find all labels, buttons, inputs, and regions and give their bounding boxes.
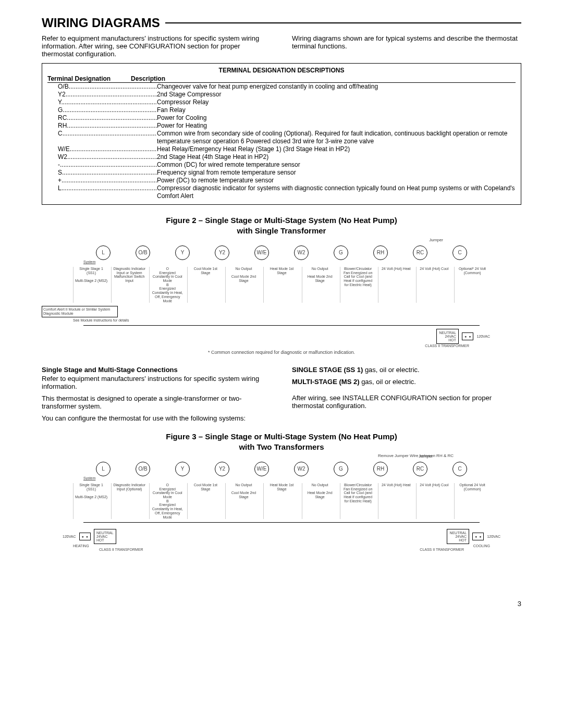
mid-left-heading: Single Stage and Multi-Stage Connections: [42, 366, 271, 374]
fig2-xfmr-hot: HOT: [448, 338, 456, 342]
fig3-c: Optional 24 Volt (Common): [454, 483, 490, 519]
terminal-g: G: [334, 245, 348, 260]
desc-cell: Power (DC) to remote temperature sensor: [157, 177, 516, 184]
table-title: TERMINAL DESIGNATION DESCRIPTIONS: [47, 67, 516, 74]
mid-right-p3: After wiring, see INSTALLER CONFIGURATIO…: [292, 394, 521, 410]
fig3-line2: with Two Transformers: [239, 442, 324, 451]
table-row: Y.......................................…: [47, 98, 516, 106]
fig2-comfort-alert: Comfort Alert II Module or Similar Syste…: [42, 306, 118, 317]
fig3-remove-jumper: Remove Jumper Wire between RH & RC: [378, 454, 454, 459]
terminal-c: C: [452, 245, 467, 260]
fig2-xfmr-24v: 24VAC: [445, 335, 456, 338]
mid-right-p2b: gas, oil or electric.: [360, 378, 416, 386]
fig2-line1: Figure 2 – Single Stage or Multi-Stage S…: [166, 216, 397, 225]
fig3-xl-side: HEATING: [73, 544, 89, 548]
fig2-we: Heat Mode 1st Stage: [263, 267, 299, 303]
fig3-transformer-left: 120VAC ● ● NEUTRAL 24VAC HOT: [63, 529, 116, 544]
table-row: W/E.....................................…: [47, 145, 516, 153]
desc-cell: Frequency signal from remote temperature…: [157, 169, 516, 177]
fig3-line1: Figure 3 – Single Stage or Multi-Stage S…: [166, 432, 397, 441]
fig2-system-header: System: [42, 260, 521, 264]
terminal-rc: RC: [413, 245, 427, 260]
fig2-rc: 24 Volt (Hot) Cool: [416, 267, 452, 303]
figure2-title: Figure 2 – Single Stage or Multi-Stage S…: [42, 215, 521, 236]
term-cell: W/E.....................................…: [47, 145, 157, 153]
fig3-xl-24v: 24VAC: [96, 535, 108, 538]
terminal-y2: Y2: [215, 245, 229, 260]
fig3-w2: No Output Heat Mode 2nd Stage: [302, 483, 338, 519]
page-title: WIRING DIAGRAMS: [42, 16, 521, 30]
mid-columns: Single Stage and Multi-Stage Connections…: [42, 366, 521, 426]
desc-cell: Common wire from secondary side of cooli…: [157, 130, 516, 145]
desc-cell: Compressor Relay: [157, 98, 516, 106]
fig2-ob: O Energized Constantly in Cool Mode B En…: [149, 267, 185, 303]
mid-left-p1: Refer to equipment manufacturers' instru…: [42, 375, 271, 390]
term-cell: W2......................................…: [47, 153, 157, 161]
fig2-desc-row: Single Stage 1 (SS1) Multi-Stage 2 (MS2)…: [42, 267, 521, 303]
desc-cell: Power for Heating: [157, 122, 516, 130]
fig3-xl-hot: HOT: [96, 538, 104, 542]
terminal-rc: RC: [413, 462, 427, 476]
fig3-xr-hot: HOT: [459, 538, 467, 542]
terminal-y: Y: [175, 245, 190, 260]
term-cell: L.......................................…: [47, 184, 157, 192]
fig3-we: Heat Mode 1st Stage: [263, 483, 299, 519]
fig2-jumper-label: Jumper: [42, 238, 521, 242]
fig3-xr-label: CLASS II TRANSFORMER: [420, 548, 464, 551]
terminal-y2: Y2: [215, 462, 229, 476]
figure2-diagram: Jumper LO/BYY2W/EW2GRHRCC System Single …: [42, 238, 521, 357]
fig2-xfmr-120v: 120VAC: [476, 335, 490, 338]
terminal-o-b: O/B: [136, 462, 150, 476]
fig2-xfmr-neutral: NEUTRAL: [439, 331, 456, 335]
fig3-g: Blower/Circulator Fan Energized on Call …: [340, 483, 376, 519]
mid-left: Single Stage and Multi-Stage Connections…: [42, 366, 271, 426]
fig3-y: Cool Mode 1st Stage: [187, 483, 223, 519]
term-cell: Y.......................................…: [47, 98, 157, 106]
fig3-xr-neutral: NEUTRAL: [449, 531, 467, 535]
term-cell: -.......................................…: [47, 161, 157, 169]
desc-cell: Heat Relay/Emergency Heat Relay (Stage 1…: [157, 145, 516, 153]
fig3-y2: No Output Cool Mode 2nd Stage: [225, 483, 261, 519]
term-cell: RH......................................…: [47, 122, 157, 130]
desc-cell: Fan Relay: [157, 106, 516, 114]
terminal-c: C: [452, 462, 467, 476]
fig3-xr-24v: 24VAC: [455, 535, 467, 538]
fig2-rh: 24 Volt (Hot) Heat: [378, 267, 414, 303]
fig3-ob: O Energized Constantly in Cool Mode B En…: [149, 483, 185, 519]
fig2-module-note: See Module Instructions for details: [42, 318, 146, 322]
fig3-rh: 24 Volt (Hot) Heat: [378, 483, 414, 519]
table-row: -.......................................…: [47, 161, 516, 169]
table-header: Terminal Designation Description: [47, 75, 516, 83]
table-row: O/B.....................................…: [47, 83, 516, 91]
mid-right-p1b: gas, oil or electric.: [363, 366, 419, 374]
fig3-xl-120v: 120VAC: [63, 535, 76, 538]
term-cell: Y2......................................…: [47, 91, 157, 98]
terminal-w2: W2: [294, 245, 309, 260]
title-text: WIRING DIAGRAMS: [42, 16, 160, 30]
figure3-title: Figure 3 – Single Stage or Multi-Stage S…: [42, 431, 521, 452]
fig3-desc-row: Single Stage 1 (SS1) Multi-Stage 2 (MS2)…: [42, 483, 521, 519]
table-body: O/B.....................................…: [47, 83, 516, 200]
fig2-common-note: * Common connection required for diagnos…: [42, 350, 521, 355]
table-row: +.......................................…: [47, 177, 516, 184]
terminal-table: TERMINAL DESIGNATION DESCRIPTIONS Termin…: [42, 63, 521, 205]
term-cell: S.......................................…: [47, 169, 157, 177]
fig2-diag-input: Diagnostic Indicator Input or System Mal…: [111, 267, 147, 303]
table-row: RC......................................…: [47, 114, 516, 122]
table-row: G.......................................…: [47, 106, 516, 114]
fig2-y2: No Output Cool Mode 2nd Stage: [225, 267, 261, 303]
fig3-xr-side: COOLING: [473, 544, 490, 548]
table-row: Y2......................................…: [47, 91, 516, 98]
desc-cell: Compressor diagnostic indicator for syst…: [157, 184, 516, 200]
table-row: W2......................................…: [47, 153, 516, 161]
desc-cell: Common (DC) for wired remote temperature…: [157, 161, 516, 169]
fig2-xfmr-label: CLASS II TRANSFORMER: [42, 344, 521, 348]
fig3-xl-neutral: NEUTRAL: [96, 531, 114, 535]
terminal-o-b: O/B: [136, 245, 150, 260]
fig3-transformer-right: NEUTRAL 24VAC HOT ● ● 120VAC: [447, 529, 500, 544]
terminal-w-e: W/E: [254, 245, 269, 260]
desc-cell: 2nd Stage Heat (4th Stage Heat in HP2): [157, 153, 516, 161]
terminal-l: L: [96, 462, 111, 476]
table-row: S.......................................…: [47, 169, 516, 177]
table-row: L.......................................…: [47, 184, 516, 200]
